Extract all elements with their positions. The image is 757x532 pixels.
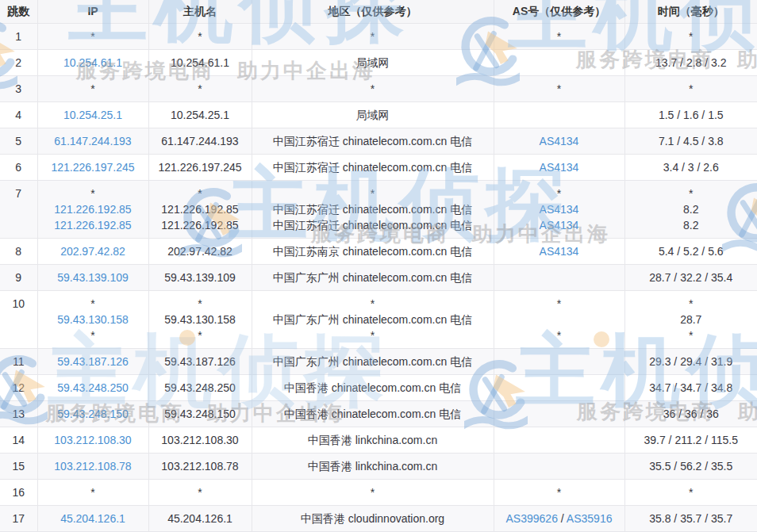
ip-link[interactable]: 45.204.126.1	[60, 512, 125, 525]
region-value: *	[256, 296, 490, 312]
ip-cell: 10.254.25.1	[37, 102, 148, 128]
ip-link[interactable]: 59.43.139.109	[57, 271, 129, 284]
hop-cell: 3	[0, 76, 37, 102]
region-value: 局域网	[256, 55, 490, 71]
ip-link[interactable]: 103.212.108.30	[54, 434, 131, 446]
region-cell: 中国广东广州 chinatelecom.com.cn 电信	[252, 349, 494, 375]
time-value: 13.7 / 2.8 / 3.2	[628, 55, 755, 71]
asn-link[interactable]: AS399626	[506, 512, 558, 525]
time-cell: 36 / 36 / 36	[624, 401, 757, 427]
ip-link[interactable]: 202.97.42.82	[60, 245, 125, 258]
region-value: 中国江苏宿迁 chinatelecom.com.cn 电信	[256, 159, 490, 175]
ip-value: 121.226.197.245	[41, 159, 145, 175]
ip-value: *	[41, 29, 145, 44]
time-value: 39.7 / 211.2 / 115.5	[628, 432, 755, 448]
table-row: 1259.43.248.25059.43.248.250中国香港 chinate…	[0, 375, 757, 401]
ip-value: 45.204.126.1	[41, 511, 145, 526]
ip-link[interactable]: 10.254.25.1	[63, 109, 122, 121]
asn-value: *	[498, 327, 621, 343]
asn-value: *	[498, 484, 621, 500]
ip-value: 59.43.139.109	[41, 270, 145, 285]
time-cell: *	[624, 76, 757, 102]
time-value: *	[628, 81, 755, 97]
asn-value: AS4134	[498, 217, 621, 233]
ip-value: 103.212.108.78	[41, 458, 145, 474]
asn-link[interactable]: AS4134	[540, 161, 579, 174]
asn-value	[498, 380, 621, 396]
ip-link[interactable]: 121.226.192.85	[54, 219, 131, 232]
asn-cell	[494, 349, 624, 375]
ip-cell: *	[37, 480, 148, 506]
table-row: 16*****	[0, 480, 757, 506]
asn-value	[498, 312, 621, 327]
column-header-region: 地区（仅供参考）	[252, 0, 494, 24]
region-cell: *中国广东广州 chinatelecom.com.cn 电信*	[252, 291, 494, 349]
asn-cell	[494, 102, 624, 128]
region-cell: 中国江苏宿迁 chinatelecom.com.cn 电信	[252, 155, 494, 181]
asn-link[interactable]: AS4134	[540, 219, 579, 232]
asn-link[interactable]: AS35916	[567, 512, 613, 525]
host-value: 45.204.126.1	[152, 511, 248, 526]
ip-link[interactable]: 103.212.108.78	[54, 460, 131, 473]
region-value: 中国江苏宿迁 chinatelecom.com.cn 电信	[256, 133, 490, 149]
time-cell: *	[624, 24, 757, 50]
asn-link[interactable]: AS4134	[540, 135, 579, 147]
ip-link[interactable]: 10.254.61.1	[63, 56, 122, 69]
ip-cell: 103.212.108.30	[37, 427, 148, 454]
asn-value: *	[498, 81, 621, 97]
region-value: 局域网	[256, 107, 490, 123]
column-header-hop: 跳数	[0, 0, 37, 24]
table-row: 410.254.25.110.254.25.1局域网 1.5 / 1.6 / 1…	[0, 102, 757, 128]
ip-cell: 202.97.42.82	[37, 239, 148, 265]
time-cell: *	[624, 480, 757, 506]
region-cell: 中国香港 chinatelecom.com.cn 电信	[252, 401, 494, 427]
region-cell: 局域网	[252, 102, 494, 128]
ip-link[interactable]: 59.43.187.126	[57, 355, 129, 368]
time-value: *	[628, 327, 755, 343]
region-cell: 中国广东广州 chinatelecom.com.cn 电信	[252, 265, 494, 291]
ip-link[interactable]: 59.43.130.158	[57, 313, 129, 326]
ip-link[interactable]: 121.226.197.245	[51, 161, 134, 174]
asn-value	[498, 270, 621, 285]
table-row: 7*121.226.192.85121.226.192.85*121.226.1…	[0, 181, 757, 239]
region-cell: 中国香港 linkchina.com.cn	[252, 454, 494, 480]
time-cell: *28.7*	[624, 291, 757, 349]
table-row: 10*59.43.130.158**59.43.130.158**中国广东广州 …	[0, 291, 757, 349]
ip-value: *	[41, 327, 145, 343]
asn-cell: *	[494, 76, 624, 102]
hop-cell: 11	[0, 349, 37, 375]
time-cell: 3.4 / 3 / 2.6	[624, 155, 757, 181]
ip-value: 59.43.130.158	[41, 312, 145, 327]
region-cell: 中国江苏宿迁 chinatelecom.com.cn 电信	[252, 128, 494, 155]
ip-link[interactable]: 59.43.248.150	[57, 408, 129, 420]
host-value: 59.43.187.126	[152, 354, 248, 369]
host-cell: 103.212.108.30	[148, 427, 252, 454]
hop-cell: 6	[0, 155, 37, 181]
hop-cell: 14	[0, 427, 37, 454]
asn-link[interactable]: AS4134	[540, 203, 579, 216]
hop-cell: 15	[0, 454, 37, 480]
region-value: 中国香港 cloudinnovation.org	[256, 511, 490, 526]
traceroute-panel: 主机侦探 主机侦探 主机侦探 主机侦探 主机侦探 服务跨境电商 助力中企出海 服…	[0, 0, 757, 532]
asn-cell	[494, 50, 624, 76]
region-cell: 中国香港 chinatelecom.com.cn 电信	[252, 375, 494, 401]
region-cell: *中国江苏宿迁 chinatelecom.com.cn 电信中国江苏宿迁 chi…	[252, 181, 494, 239]
asn-value	[498, 406, 621, 422]
table-row: 959.43.139.10959.43.139.109中国广东广州 chinat…	[0, 265, 757, 291]
ip-link[interactable]: 121.226.192.85	[54, 203, 131, 216]
time-value: 28.7 / 32.2 / 35.4	[628, 270, 755, 285]
region-value: *	[256, 29, 490, 44]
ip-value: 59.43.187.126	[41, 354, 145, 369]
ip-link[interactable]: 59.43.248.250	[57, 381, 129, 394]
host-cell: 45.204.126.1	[148, 506, 252, 532]
ip-value: 202.97.42.82	[41, 243, 145, 259]
region-value: 中国江苏宿迁 chinatelecom.com.cn 电信	[256, 201, 490, 217]
asn-value	[498, 458, 621, 474]
asn-link[interactable]: AS4134	[540, 245, 579, 258]
time-value: *	[628, 484, 755, 500]
column-header-host: 主机名	[148, 0, 252, 24]
asn-value: *	[498, 186, 621, 201]
ip-link[interactable]: 61.147.244.193	[54, 135, 131, 147]
hop-cell: 13	[0, 401, 37, 427]
time-cell: 35.5 / 56.2 / 35.5	[624, 454, 757, 480]
